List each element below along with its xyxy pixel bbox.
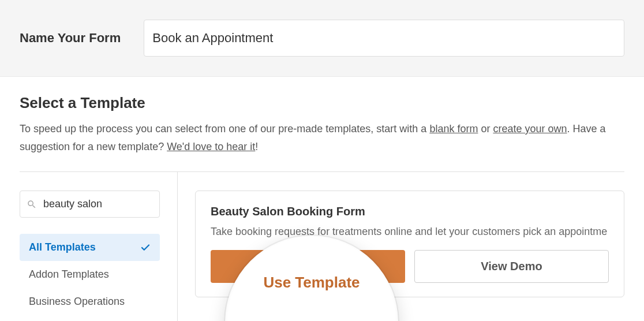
- category-label: Business Operations: [29, 296, 125, 308]
- template-card-description: Take booking requests for treatments onl…: [211, 224, 609, 240]
- category-business-operations[interactable]: Business Operations: [20, 288, 160, 315]
- category-label: Addon Templates: [29, 268, 109, 281]
- template-sidebar: All Templates Addon Templates Business O…: [20, 172, 178, 321]
- check-icon: [140, 242, 151, 253]
- template-card-title: Beauty Salon Booking Form: [211, 205, 609, 218]
- category-label: All Templates: [29, 241, 96, 253]
- category-addon-templates[interactable]: Addon Templates: [20, 261, 160, 288]
- template-search-input[interactable]: [20, 191, 160, 218]
- select-template-description: To speed up the process you can select f…: [20, 120, 624, 155]
- select-template-heading: Select a Template: [20, 94, 624, 112]
- search-wrapper: [20, 191, 160, 218]
- magnifier-text: Use Template: [263, 274, 360, 292]
- category-all-templates[interactable]: All Templates: [20, 234, 160, 261]
- blank-form-link[interactable]: blank form: [429, 123, 478, 135]
- desc-text-2: or: [478, 123, 493, 135]
- name-your-form-label: Name Your Form: [20, 31, 121, 46]
- desc-text-4: !: [255, 141, 258, 152]
- create-your-own-link[interactable]: create your own: [493, 123, 567, 135]
- form-name-input[interactable]: [144, 20, 624, 57]
- top-bar: Name Your Form: [0, 0, 644, 77]
- feedback-link[interactable]: We'd love to hear it: [167, 141, 255, 152]
- search-icon: [27, 199, 37, 210]
- desc-text-1: To speed up the process you can select f…: [20, 123, 429, 135]
- category-list: All Templates Addon Templates Business O…: [20, 234, 160, 315]
- view-demo-button[interactable]: View Demo: [414, 250, 609, 283]
